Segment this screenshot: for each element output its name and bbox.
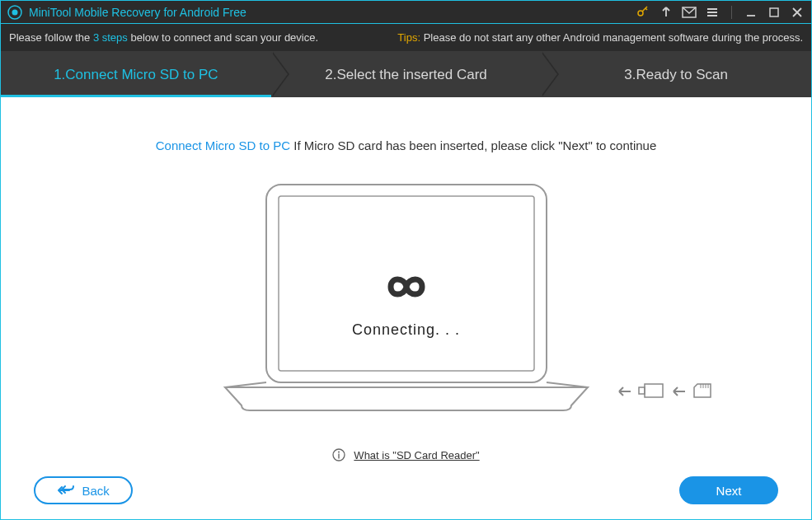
instruction-rest: If Micro SD card has been inserted, plea… bbox=[290, 138, 656, 152]
close-icon[interactable] bbox=[790, 5, 805, 20]
content-area: Connect Micro SD to PC If Micro SD card … bbox=[1, 97, 811, 519]
illustration: Connecting. . . bbox=[1, 181, 811, 412]
svg-rect-9 bbox=[645, 384, 663, 397]
step-1-label: 1.Connect Micro SD to PC bbox=[54, 67, 218, 83]
step-1[interactable]: 1.Connect Micro SD to PC bbox=[1, 52, 271, 97]
loading-icon bbox=[1, 270, 811, 303]
step-2-label: 2.Select the inserted Card bbox=[325, 67, 487, 83]
back-label: Back bbox=[82, 484, 109, 498]
upgrade-icon[interactable] bbox=[659, 5, 674, 20]
svg-rect-10 bbox=[639, 387, 645, 394]
help-row: What is "SD Card Reader" bbox=[1, 448, 811, 461]
menu-icon[interactable] bbox=[705, 5, 720, 20]
infobar: Please follow the 3 steps below to conne… bbox=[1, 24, 811, 52]
footer-buttons: Back Next bbox=[1, 476, 811, 504]
usb-reader-icon bbox=[638, 382, 664, 402]
maximize-icon[interactable] bbox=[767, 5, 781, 20]
insert-icons bbox=[617, 382, 712, 402]
instruction-text: Connect Micro SD to PC If Micro SD card … bbox=[1, 138, 811, 152]
stepbar: 1.Connect Micro SD to PC 2.Select the in… bbox=[1, 52, 811, 97]
status-text: Connecting. . . bbox=[1, 321, 811, 339]
titlebar: MiniTool Mobile Recovery for Android Fre… bbox=[1, 1, 811, 24]
app-logo-icon bbox=[7, 5, 22, 20]
step-3-label: 3.Ready to Scan bbox=[624, 67, 728, 83]
sd-card-icon bbox=[692, 382, 712, 402]
info-icon bbox=[332, 448, 345, 461]
app-window: MiniTool Mobile Recovery for Android Fre… bbox=[0, 0, 812, 520]
svg-point-16 bbox=[338, 452, 340, 453]
step-arrow-icon bbox=[271, 52, 288, 96]
help-link[interactable]: What is "SD Card Reader" bbox=[354, 449, 479, 461]
svg-rect-17 bbox=[339, 454, 340, 459]
mail-icon[interactable] bbox=[682, 5, 697, 20]
titlebar-left: MiniTool Mobile Recovery for Android Fre… bbox=[7, 5, 636, 20]
minimize-icon[interactable] bbox=[744, 5, 758, 20]
titlebar-controls bbox=[636, 5, 805, 20]
app-title: MiniTool Mobile Recovery for Android Fre… bbox=[29, 6, 246, 19]
infobar-post: below to connect and scan your device. bbox=[128, 31, 318, 44]
infobar-left: Please follow the 3 steps below to conne… bbox=[9, 31, 397, 44]
tips-label: Tips: bbox=[397, 31, 423, 44]
infobar-pre: Please follow the bbox=[9, 31, 93, 44]
next-button[interactable]: Next bbox=[679, 476, 778, 504]
arrow-left-icon bbox=[671, 385, 686, 400]
next-label: Next bbox=[716, 484, 742, 498]
instruction-link: Connect Micro SD to PC bbox=[156, 138, 290, 152]
key-icon[interactable] bbox=[636, 5, 650, 20]
tips-text: Please do not start any other Android ma… bbox=[424, 31, 803, 44]
infobar-right: Tips: Please do not start any other Andr… bbox=[397, 31, 803, 44]
step-arrow-icon bbox=[541, 52, 557, 96]
arrow-left-icon bbox=[617, 385, 631, 400]
step-2[interactable]: 2.Select the inserted Card bbox=[271, 52, 542, 97]
back-button[interactable]: Back bbox=[34, 476, 133, 504]
svg-rect-4 bbox=[770, 8, 778, 16]
svg-point-1 bbox=[12, 9, 18, 15]
infobar-highlight: 3 steps bbox=[93, 31, 128, 44]
back-arrow-icon bbox=[57, 484, 75, 498]
step-3[interactable]: 3.Ready to Scan bbox=[541, 52, 811, 97]
divider bbox=[731, 6, 732, 19]
